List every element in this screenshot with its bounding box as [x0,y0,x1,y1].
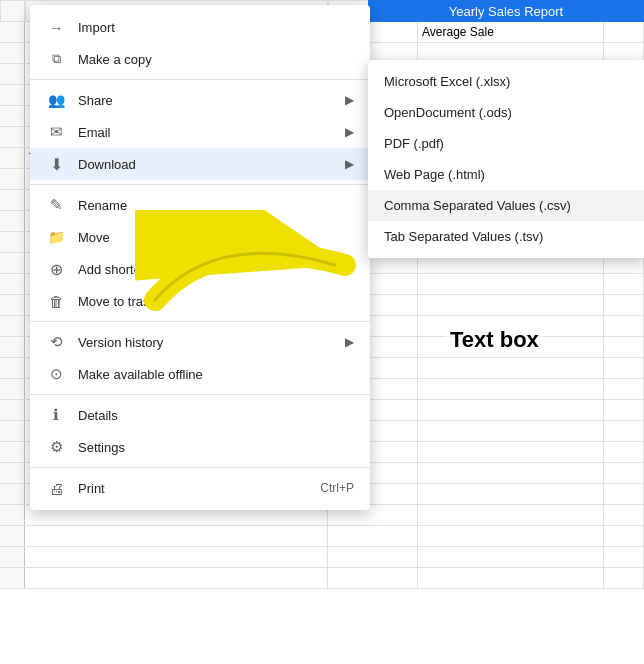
menu-item-label: Make available offline [78,367,354,382]
extra-header [604,22,644,42]
table-row [0,547,644,568]
menu-item-label: Move to trash [78,294,354,309]
menu-item-version-history[interactable]: ⟲ Version history ▶ [30,326,370,358]
submenu-arrow-icon: ▶ [345,125,354,139]
menu-item-download[interactable]: ⬇ Download ▶ [30,148,370,180]
menu-item-label: Rename [78,198,354,213]
submenu-label: PDF (.pdf) [384,136,444,151]
submenu-arrow-icon: ▶ [345,335,354,349]
submenu-item-csv[interactable]: Comma Separated Values (.csv) [368,190,644,221]
yearly-header-text: Yearly Sales Report [449,4,563,19]
menu-item-details[interactable]: ℹ Details [30,399,370,431]
menu-item-move-trash[interactable]: 🗑 Move to trash [30,285,370,317]
table-row [0,526,644,547]
trash-icon: 🗑 [46,291,66,311]
print-icon: 🖨 [46,478,66,498]
menu-divider [30,79,370,80]
menu-divider [30,467,370,468]
move-icon: 📁 [46,227,66,247]
menu-item-label: Print [78,481,312,496]
menu-item-label: Download [78,157,337,172]
menu-item-label: Move [78,230,354,245]
menu-item-label: Add shortcut to Drive [78,262,354,277]
menu-divider [30,321,370,322]
keyboard-shortcut: Ctrl+P [320,481,354,495]
menu-item-settings[interactable]: ⚙ Settings [30,431,370,463]
menu-item-label: Import [78,20,354,35]
context-menu: → Import ⧉ Make a copy 👥 Share ▶ ✉ Email… [30,5,370,510]
yearly-header: Yearly Sales Report [368,0,644,22]
share-icon: 👥 [46,90,66,110]
submenu-arrow-icon: ▶ [345,157,354,171]
submenu-label: Tab Separated Values (.tsv) [384,229,543,244]
menu-divider [30,184,370,185]
submenu-label: Microsoft Excel (.xlsx) [384,74,510,89]
menu-item-label: Email [78,125,337,140]
submenu-label: OpenDocument (.ods) [384,105,512,120]
submenu-label: Comma Separated Values (.csv) [384,198,571,213]
menu-item-label: Make a copy [78,52,354,67]
menu-item-label: Settings [78,440,354,455]
menu-divider [30,394,370,395]
rename-icon: ✎ [46,195,66,215]
menu-item-email[interactable]: ✉ Email ▶ [30,116,370,148]
submenu-arrow-icon: ▶ [345,93,354,107]
submenu-item-xlsx[interactable]: Microsoft Excel (.xlsx) [368,66,644,97]
download-icon: ⬇ [46,154,66,174]
menu-item-move[interactable]: 📁 Move [30,221,370,253]
submenu-label: Web Page (.html) [384,167,485,182]
menu-item-make-copy[interactable]: ⧉ Make a copy [30,43,370,75]
menu-item-import[interactable]: → Import [30,11,370,43]
shortcut-icon: ⊕ [46,259,66,279]
menu-item-label: Share [78,93,337,108]
submenu-item-html[interactable]: Web Page (.html) [368,159,644,190]
copy-icon: ⧉ [46,49,66,69]
offline-icon: ⊙ [46,364,66,384]
menu-item-make-offline[interactable]: ⊙ Make available offline [30,358,370,390]
menu-item-rename[interactable]: ✎ Rename [30,189,370,221]
menu-item-share[interactable]: 👥 Share ▶ [30,84,370,116]
info-icon: ℹ [46,405,66,425]
average-sale-header: Average Sale [418,22,604,42]
settings-icon: ⚙ [46,437,66,457]
menu-item-add-shortcut[interactable]: ⊕ Add shortcut to Drive [30,253,370,285]
row-num-subheader [0,22,25,42]
menu-item-label: Details [78,408,354,423]
submenu-item-ods[interactable]: OpenDocument (.ods) [368,97,644,128]
history-icon: ⟲ [46,332,66,352]
download-submenu: Microsoft Excel (.xlsx) OpenDocument (.o… [368,60,644,258]
menu-item-label: Version history [78,335,337,350]
email-icon: ✉ [46,122,66,142]
submenu-item-pdf[interactable]: PDF (.pdf) [368,128,644,159]
import-icon: → [46,17,66,37]
row-num-header [0,0,25,22]
table-row [0,568,644,589]
menu-item-print[interactable]: 🖨 Print Ctrl+P [30,472,370,504]
submenu-item-tsv[interactable]: Tab Separated Values (.tsv) [368,221,644,252]
